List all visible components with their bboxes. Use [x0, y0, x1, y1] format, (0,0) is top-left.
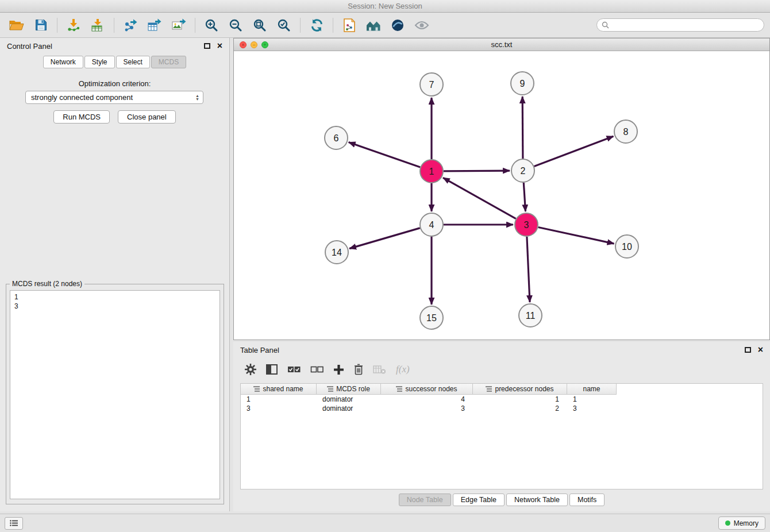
trash-icon[interactable] [354, 364, 363, 375]
search-input[interactable] [612, 21, 759, 29]
graph-node-6[interactable]: 6 [325, 126, 348, 149]
delete-table-icon[interactable] [373, 365, 386, 374]
graph-edge-2-8[interactable] [534, 136, 614, 166]
fx-label: f(x) [396, 364, 410, 375]
graph-edge-2-3[interactable] [523, 183, 525, 211]
function-builder-icon[interactable]: f(x) [396, 364, 410, 375]
graph-edge-4-14[interactable] [349, 228, 420, 249]
tab-mcds[interactable]: MCDS [151, 56, 186, 68]
criterion-dropdown[interactable]: strongly connected component ▲▼ [25, 91, 203, 104]
paint-style-icon[interactable] [387, 16, 408, 34]
control-panel-tabs: Network Style Select MCDS [0, 56, 229, 68]
toolbar-separator [300, 18, 301, 33]
graph-node-8[interactable]: 8 [614, 120, 637, 143]
graph-node-1[interactable]: 1 [420, 160, 443, 183]
export-image-icon[interactable] [168, 16, 189, 34]
graph-node-9[interactable]: 9 [511, 72, 534, 95]
run-mcds-button[interactable]: Run MCDS [53, 110, 110, 124]
tab-network[interactable]: Network [43, 56, 83, 68]
network-view-window: × − + scc.txt 7968124314101511 [233, 38, 770, 340]
network-canvas[interactable]: 7968124314101511 [234, 51, 769, 340]
close-window-icon[interactable]: × [240, 41, 247, 48]
control-panel: Control Panel × Network Style Select MCD… [0, 38, 230, 511]
graph-node-14[interactable]: 14 [325, 241, 348, 264]
table-tabs: Node Table Edge Table Network Table Moti… [233, 494, 770, 506]
svg-text:8: 8 [623, 127, 629, 137]
gear-icon[interactable] [245, 364, 256, 375]
refresh-icon[interactable] [306, 16, 327, 34]
graph-edge-1-6[interactable] [349, 142, 421, 168]
graph-edge-3-11[interactable] [527, 237, 530, 302]
graph-node-4[interactable]: 4 [420, 213, 443, 236]
column-header-shared-name[interactable]: shared name [241, 384, 317, 395]
main-toolbar [0, 13, 770, 38]
column-layout-icon[interactable] [266, 364, 278, 375]
graph-node-2[interactable]: 2 [511, 159, 534, 182]
optimization-criterion-label: Optimization criterion: [0, 79, 229, 88]
column-header-predecessor-nodes[interactable]: predecessor nodes [473, 384, 567, 395]
graph-node-11[interactable]: 11 [519, 304, 542, 327]
column-header-successor-nodes[interactable]: successor nodes [381, 384, 473, 395]
svg-text:15: 15 [426, 313, 437, 323]
export-table-icon[interactable] [144, 16, 165, 34]
table-panel-title: Table Panel [240, 346, 279, 354]
mcds-result-title: MCDS result (2 nodes) [10, 280, 84, 288]
memory-status-icon [725, 521, 730, 526]
tab-edge-table[interactable]: Edge Table [453, 494, 505, 506]
tab-node-table[interactable]: Node Table [399, 494, 451, 506]
close-panel-button[interactable]: Close panel [118, 110, 176, 124]
minimize-window-icon[interactable]: − [251, 41, 257, 48]
close-panel-icon[interactable]: × [217, 42, 222, 50]
tab-network-table[interactable]: Network Table [506, 494, 568, 506]
show-hide-icon[interactable] [411, 16, 432, 34]
mcds-result-list: 1 3 [10, 290, 220, 499]
zoom-fit-icon[interactable] [249, 16, 270, 34]
network-window-title: scc.txt [491, 40, 513, 49]
zoom-out-icon[interactable] [225, 16, 246, 34]
graph-node-3[interactable]: 3 [515, 213, 538, 236]
save-session-icon[interactable] [30, 16, 51, 34]
show-panels-button[interactable] [5, 517, 23, 530]
graph-edge-3-1[interactable] [443, 178, 516, 218]
search-box[interactable] [596, 18, 764, 32]
memory-button[interactable]: Memory [718, 516, 765, 530]
export-network-icon[interactable] [120, 16, 141, 34]
svg-text:14: 14 [332, 248, 342, 257]
import-network-icon[interactable] [63, 16, 84, 34]
graph-node-10[interactable]: 10 [615, 235, 638, 258]
tab-style[interactable]: Style [84, 56, 115, 68]
control-panel-header: Control Panel × [0, 38, 229, 54]
network-graph[interactable]: 7968124314101511 [234, 51, 769, 340]
tab-motifs[interactable]: Motifs [569, 494, 605, 506]
float-table-panel-icon[interactable] [745, 347, 751, 353]
svg-text:9: 9 [520, 79, 525, 88]
memory-label: Memory [734, 519, 759, 527]
window-title: Session: New Session [348, 2, 422, 10]
first-neighbors-icon[interactable] [363, 16, 384, 34]
toolbar-separator [195, 18, 195, 33]
graph-node-7[interactable]: 7 [420, 73, 443, 96]
column-header-name[interactable]: name [567, 384, 617, 395]
table-row[interactable]: 1 dominator 4 1 1 [241, 395, 763, 404]
zoom-selected-icon[interactable] [274, 16, 294, 34]
graph-edge-1-2[interactable] [444, 171, 510, 171]
tab-select[interactable]: Select [116, 56, 150, 68]
column-header-mcds-role[interactable]: MCDS role [317, 384, 381, 395]
maximize-window-icon[interactable]: + [261, 41, 268, 48]
graph-edge-2-9[interactable] [522, 97, 523, 159]
open-session-icon[interactable] [6, 16, 27, 34]
table-row[interactable]: 3 dominator 3 2 3 [241, 404, 763, 413]
select-all-icon[interactable] [287, 366, 301, 373]
network-window-titlebar[interactable]: × − + scc.txt [234, 38, 769, 51]
deselect-all-icon[interactable] [310, 366, 324, 373]
add-column-icon[interactable] [333, 364, 344, 375]
attribute-icon [396, 386, 402, 392]
zoom-in-icon[interactable] [201, 16, 222, 34]
import-table-icon[interactable] [87, 16, 108, 34]
graph-node-15[interactable]: 15 [420, 306, 443, 329]
graph-edge-3-10[interactable] [538, 228, 614, 244]
mcds-result-box: MCDS result (2 nodes) 1 3 [6, 284, 224, 504]
close-table-panel-icon[interactable]: × [758, 346, 763, 354]
clone-network-icon[interactable] [339, 16, 360, 34]
float-panel-icon[interactable] [204, 43, 210, 49]
